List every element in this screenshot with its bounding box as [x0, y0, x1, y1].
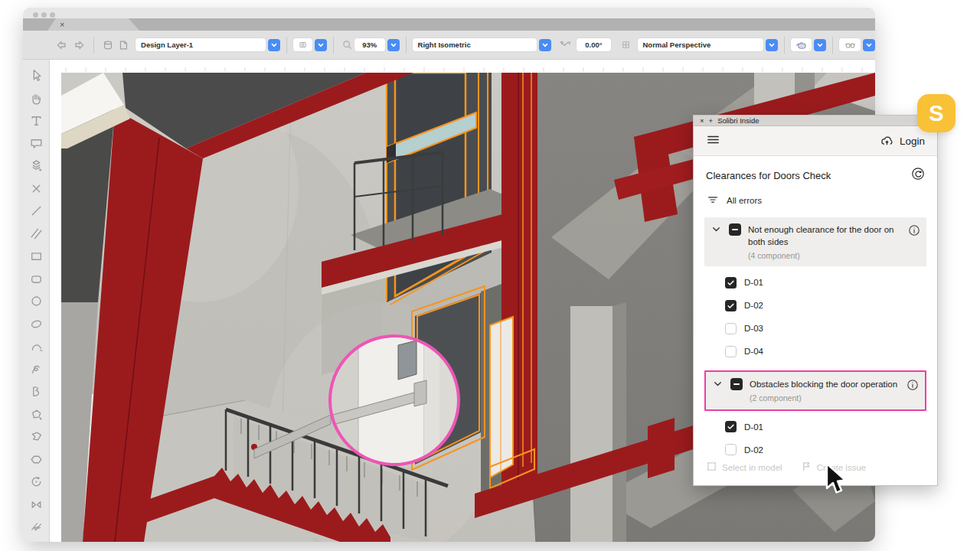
tool-callout-icon[interactable]	[25, 132, 47, 155]
select-in-model-button[interactable]: Select in model	[706, 461, 782, 474]
component-row[interactable]: D-03	[694, 317, 937, 340]
solibri-logo: S	[917, 94, 956, 132]
chevron-down-icon[interactable]	[712, 378, 724, 393]
projection-combo[interactable]: Normal Perspective	[638, 38, 763, 51]
tool-polygon-icon[interactable]	[25, 403, 47, 426]
tool-layers-icon[interactable]	[25, 155, 47, 178]
component-checkbox[interactable]	[725, 444, 737, 455]
grid-icon[interactable]	[620, 39, 632, 51]
component-checkbox[interactable]	[725, 421, 737, 432]
rerun-check-icon[interactable]	[911, 167, 925, 184]
login-label: Login	[900, 135, 925, 147]
component-checkbox[interactable]	[725, 323, 737, 334]
saved-view-chevron-button[interactable]	[315, 39, 327, 51]
group-checkbox-indeterminate[interactable]	[729, 223, 741, 236]
visibility-glasses-button[interactable]	[839, 38, 861, 51]
tool-reshape-icon[interactable]	[25, 425, 47, 448]
info-icon[interactable]	[906, 379, 919, 394]
component-label: D-03	[744, 324, 763, 333]
traffic-light-zoom[interactable]	[50, 12, 55, 18]
filter-icon	[707, 194, 719, 207]
view-orientation-combo[interactable]: Right Isometric	[413, 38, 537, 51]
component-row[interactable]: D-04	[694, 340, 937, 363]
tool-double-line-icon[interactable]	[25, 223, 47, 246]
tool-hexagon-icon[interactable]	[25, 448, 47, 471]
tool-selection-icon[interactable]	[25, 64, 47, 87]
component-count: (4 component)	[748, 250, 901, 261]
tool-rounded-rectangle-icon[interactable]	[25, 268, 47, 291]
saved-view-button[interactable]	[293, 38, 312, 51]
component-count: (2 component)	[750, 393, 900, 403]
traffic-light-minimize[interactable]	[41, 12, 47, 18]
back-arrow-icon[interactable]	[55, 38, 69, 52]
render-mode-button[interactable]	[791, 38, 812, 51]
component-label: D-04	[744, 347, 763, 356]
panel-close-icon[interactable]: ×	[700, 116, 704, 125]
component-checkbox[interactable]	[725, 277, 737, 289]
rotation-angle-value: 0.00°	[585, 41, 602, 49]
chevron-down-icon[interactable]	[710, 223, 722, 238]
check-title-row: Clearances for Doors Check	[694, 156, 937, 192]
component-list: D-01D-02	[694, 416, 937, 461]
solibri-inside-panel: × + Solibri Inside Login Clearances for …	[693, 115, 938, 486]
tool-line-icon[interactable]	[25, 200, 47, 223]
tool-delete-icon[interactable]	[25, 178, 47, 201]
tool-text-icon[interactable]	[25, 109, 47, 132]
tool-pan-icon[interactable]	[25, 87, 47, 110]
mouse-cursor	[824, 462, 856, 499]
design-layer-chevron-button[interactable]	[268, 39, 280, 51]
document-tab[interactable]: ×	[47, 18, 139, 31]
visibility-chevron-button[interactable]	[863, 39, 875, 51]
design-layer-value: Design Layer-1	[141, 41, 193, 49]
error-group-header[interactable]: Not enough clearance for the door on bot…	[704, 217, 926, 266]
tool-mirror-icon[interactable]	[25, 494, 47, 517]
group-checkbox-indeterminate[interactable]	[730, 378, 743, 390]
layers-stack-icon[interactable]	[102, 39, 114, 51]
component-row[interactable]: D-01	[694, 416, 937, 439]
design-layer-combo[interactable]: Design Layer-1	[136, 38, 266, 51]
tool-rectangle-icon[interactable]	[25, 245, 47, 268]
error-group-label: Not enough clearance for the door on bot…	[748, 223, 901, 261]
component-row[interactable]: D-01	[694, 271, 937, 294]
zoom-level-combo[interactable]: 93%	[354, 38, 385, 51]
flag-icon	[801, 461, 812, 474]
panel-tab-title: Solibri Inside	[717, 116, 759, 125]
filter-label: All errors	[727, 196, 762, 205]
panel-add-tab-icon[interactable]: +	[709, 116, 714, 125]
zoom-magnifier-icon[interactable]	[341, 39, 353, 51]
check-title: Clearances for Doors Check	[706, 170, 831, 181]
rotation-angle-field[interactable]: 0.00°	[577, 38, 610, 51]
sheet-icon[interactable]	[117, 39, 129, 51]
tool-offset-icon[interactable]	[25, 516, 47, 539]
info-icon[interactable]	[908, 224, 920, 240]
render-mode-chevron-button[interactable]	[814, 39, 826, 51]
view-orientation-value: Right Isometric	[418, 41, 471, 49]
filter-row[interactable]: All errors	[694, 192, 937, 217]
panel-header: Login	[694, 126, 937, 156]
component-row[interactable]: D-02	[694, 294, 937, 317]
tool-rotate-icon[interactable]	[25, 471, 47, 494]
component-checkbox[interactable]	[725, 300, 737, 311]
flyover-angle-icon[interactable]	[559, 38, 572, 51]
tool-polyline-icon[interactable]	[25, 380, 47, 403]
tab-close-icon[interactable]: ×	[60, 19, 64, 30]
cloud-sync-icon	[880, 134, 894, 148]
menu-hamburger-icon[interactable]	[706, 132, 720, 150]
login-button[interactable]: Login	[880, 134, 925, 148]
component-label: D-01	[744, 422, 763, 432]
tool-circle-icon[interactable]	[25, 290, 47, 313]
view-orientation-chevron-button[interactable]	[539, 39, 551, 51]
tool-arc-icon[interactable]	[25, 335, 47, 358]
forward-arrow-icon[interactable]	[72, 38, 86, 52]
component-list: D-01D-02D-03D-04	[694, 271, 937, 363]
window-titlebar	[23, 8, 875, 18]
tool-freehand-icon[interactable]	[25, 358, 47, 381]
projection-chevron-button[interactable]	[766, 39, 778, 51]
component-checkbox[interactable]	[725, 346, 737, 357]
panel-tabbar: × + Solibri Inside	[694, 116, 937, 126]
tool-ellipse-icon[interactable]	[25, 313, 47, 336]
traffic-light-close[interactable]	[33, 12, 38, 18]
component-row[interactable]: D-02	[694, 439, 937, 461]
zoom-chevron-button[interactable]	[387, 39, 400, 51]
error-group-header[interactable]: Obstacles blocking the door operation(2 …	[704, 370, 926, 410]
